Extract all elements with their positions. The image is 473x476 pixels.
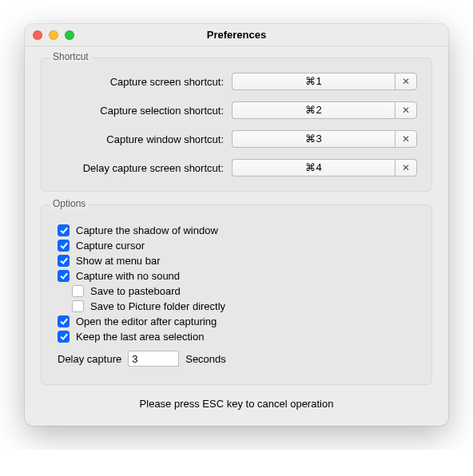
checkbox[interactable] <box>58 270 70 282</box>
option-row: Open the editor after capturing <box>58 314 415 329</box>
option-row: Capture cursor <box>58 238 415 253</box>
close-icon: ✕ <box>402 105 410 116</box>
checkbox[interactable] <box>58 224 70 236</box>
titlebar[interactable]: Preferences <box>25 24 448 46</box>
window-title: Preferences <box>25 29 448 41</box>
shortcut-input[interactable]: ⌘4 <box>232 159 395 177</box>
shortcut-label: Capture window shortcut: <box>56 133 232 145</box>
shortcut-label: Capture screen shortcut: <box>56 76 232 88</box>
shortcut-field: ⌘3✕ <box>232 130 417 148</box>
shortcut-field: ⌘1✕ <box>232 73 417 90</box>
options-group: Options Capture the shadow of windowCapt… <box>41 204 432 385</box>
option-label: Capture with no sound <box>76 270 180 282</box>
option-label: Save to Picture folder directly <box>90 300 225 312</box>
option-row: Capture with no sound <box>58 268 415 284</box>
option-row: Show at menu bar <box>58 253 415 268</box>
delay-capture-unit: Seconds <box>185 353 226 365</box>
footer-note: Please press ESC key to cancel operation <box>41 398 432 410</box>
shortcut-input[interactable]: ⌘3 <box>232 130 395 148</box>
shortcut-row: Capture selection shortcut:⌘2✕ <box>56 101 417 119</box>
checkbox[interactable] <box>72 300 84 312</box>
option-label: Capture the shadow of window <box>76 224 218 236</box>
close-icon: ✕ <box>402 133 410 145</box>
option-label: Save to pasteboard <box>90 285 181 297</box>
checkbox[interactable] <box>58 315 70 327</box>
option-label: Keep the last area selection <box>76 331 204 343</box>
minimize-icon[interactable] <box>49 30 58 40</box>
close-icon[interactable] <box>33 30 42 40</box>
options-group-label: Options <box>50 198 89 209</box>
delay-capture-row: Delay capture Seconds <box>58 351 415 367</box>
shortcut-label: Capture selection shortcut: <box>56 105 232 117</box>
option-label: Show at menu bar <box>76 255 161 267</box>
shortcut-group-label: Shortcut <box>50 51 92 62</box>
shortcut-input[interactable]: ⌘1 <box>232 73 395 90</box>
shortcut-input[interactable]: ⌘2 <box>232 101 395 119</box>
clear-shortcut-button[interactable]: ✕ <box>395 159 417 177</box>
shortcut-field: ⌘2✕ <box>232 101 417 119</box>
close-icon: ✕ <box>402 162 410 173</box>
clear-shortcut-button[interactable]: ✕ <box>395 73 417 90</box>
preferences-window: Preferences Shortcut Capture screen shor… <box>25 24 448 426</box>
option-row: Keep the last area selection <box>58 329 415 344</box>
clear-shortcut-button[interactable]: ✕ <box>395 130 417 148</box>
checkbox[interactable] <box>58 331 70 343</box>
shortcut-row: Capture screen shortcut:⌘1✕ <box>56 73 417 90</box>
shortcut-field: ⌘4✕ <box>232 159 417 177</box>
delay-capture-input[interactable] <box>128 351 179 367</box>
shortcut-group: Shortcut Capture screen shortcut:⌘1✕Capt… <box>41 58 432 192</box>
zoom-icon[interactable] <box>65 30 74 40</box>
option-row: Save to pasteboard <box>72 284 415 299</box>
shortcut-label: Delay capture screen shortcut: <box>56 162 232 174</box>
content: Shortcut Capture screen shortcut:⌘1✕Capt… <box>25 46 448 426</box>
clear-shortcut-button[interactable]: ✕ <box>395 101 417 119</box>
traffic-lights <box>33 30 74 40</box>
option-row: Capture the shadow of window <box>58 223 415 238</box>
option-row: Save to Picture folder directly <box>72 299 415 314</box>
checkbox[interactable] <box>58 240 70 252</box>
close-icon: ✕ <box>402 76 410 87</box>
shortcut-row: Capture window shortcut:⌘3✕ <box>56 130 417 148</box>
checkbox[interactable] <box>72 285 84 297</box>
option-label: Capture cursor <box>76 240 145 252</box>
checkbox[interactable] <box>58 255 70 267</box>
delay-capture-label: Delay capture <box>58 353 121 365</box>
option-label: Open the editor after capturing <box>76 315 217 327</box>
shortcut-row: Delay capture screen shortcut:⌘4✕ <box>56 159 417 177</box>
